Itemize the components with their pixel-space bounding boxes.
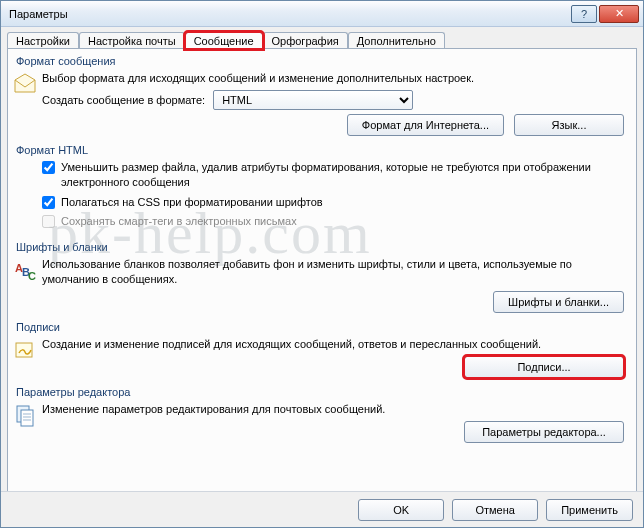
cancel-button[interactable]: Отмена bbox=[452, 499, 538, 521]
dialog-window: Параметры ? ✕ Настройки Настройка почты … bbox=[0, 0, 644, 528]
svg-text:C: C bbox=[28, 270, 36, 282]
checkbox-reduce-size[interactable]: Уменьшить размер файла, удалив атрибуты … bbox=[42, 160, 624, 191]
group-fonts-stationery: Шрифты и бланки ABC Использование бланко… bbox=[16, 241, 628, 315]
button-label: OK bbox=[393, 504, 409, 516]
internet-format-button[interactable]: Формат для Интернета... bbox=[347, 114, 504, 136]
abc-icon: ABC bbox=[12, 257, 38, 283]
close-button[interactable]: ✕ bbox=[599, 5, 639, 23]
content-panel: pk-help.com Формат сообщения Выбор форма… bbox=[7, 48, 637, 492]
button-label: Формат для Интернета... bbox=[362, 119, 489, 131]
checkbox-rely-css[interactable]: Полагаться на CSS при форматировании шри… bbox=[42, 195, 624, 210]
checkbox-input[interactable] bbox=[42, 196, 55, 209]
button-label: Язык... bbox=[552, 119, 587, 131]
signatures-button[interactable]: Подписи... bbox=[464, 356, 624, 378]
envelope-icon bbox=[12, 71, 38, 97]
svg-marker-0 bbox=[15, 74, 35, 92]
editor-description: Изменение параметров редактирования для … bbox=[42, 402, 624, 417]
checkbox-label: Полагаться на CSS при форматировании шри… bbox=[61, 195, 323, 210]
tab-label: Сообщение bbox=[194, 35, 254, 47]
group-editor-options: Параметры редактора Изменение параметров… bbox=[16, 386, 628, 445]
group-title: Формат сообщения bbox=[16, 55, 628, 69]
tab-settings[interactable]: Настройки bbox=[7, 32, 79, 49]
window-buttons: ? ✕ bbox=[571, 5, 639, 23]
tab-strip: Настройки Настройка почты Сообщение Орфо… bbox=[1, 27, 643, 48]
fonts-description: Использование бланков позволяет добавить… bbox=[42, 257, 624, 287]
help-button[interactable]: ? bbox=[571, 5, 597, 23]
signature-icon bbox=[12, 337, 38, 363]
compose-format-select[interactable]: HTML bbox=[213, 90, 413, 110]
checkbox-label: Уменьшить размер файла, удалив атрибуты … bbox=[61, 160, 624, 191]
dialog-footer: OK Отмена Применить bbox=[1, 491, 643, 527]
tab-advanced[interactable]: Дополнительно bbox=[348, 32, 445, 49]
language-button[interactable]: Язык... bbox=[514, 114, 624, 136]
group-title: Параметры редактора bbox=[16, 386, 628, 400]
format-description: Выбор формата для исходящих сообщений и … bbox=[42, 71, 624, 86]
checkbox-label: Сохранять смарт-теги в электронных письм… bbox=[61, 214, 297, 229]
svg-rect-6 bbox=[21, 410, 33, 426]
group-title: Шрифты и бланки bbox=[16, 241, 628, 255]
window-title: Параметры bbox=[9, 8, 571, 20]
apply-button[interactable]: Применить bbox=[546, 499, 633, 521]
group-message-format: Формат сообщения Выбор формата для исход… bbox=[16, 55, 628, 138]
signatures-description: Создание и изменение подписей для исходя… bbox=[42, 337, 624, 352]
ok-button[interactable]: OK bbox=[358, 499, 444, 521]
checkbox-input[interactable] bbox=[42, 161, 55, 174]
button-label: Шрифты и бланки... bbox=[508, 296, 609, 308]
button-label: Отмена bbox=[475, 504, 514, 516]
group-title: Формат HTML bbox=[16, 144, 628, 158]
tab-label: Настройка почты bbox=[88, 35, 176, 47]
group-html-format: Формат HTML Уменьшить размер файла, удал… bbox=[16, 144, 628, 236]
document-icon bbox=[12, 402, 38, 428]
titlebar: Параметры ? ✕ bbox=[1, 1, 643, 27]
fonts-stationery-button[interactable]: Шрифты и бланки... bbox=[493, 291, 624, 313]
editor-options-button[interactable]: Параметры редактора... bbox=[464, 421, 624, 443]
tab-label: Дополнительно bbox=[357, 35, 436, 47]
compose-format-label: Создать сообщение в формате: bbox=[42, 94, 205, 106]
group-title: Подписи bbox=[16, 321, 628, 335]
button-label: Подписи... bbox=[517, 361, 570, 373]
tab-spelling[interactable]: Орфография bbox=[263, 32, 348, 49]
tab-label: Настройки bbox=[16, 35, 70, 47]
tab-message[interactable]: Сообщение bbox=[185, 32, 263, 49]
tab-mail-setup[interactable]: Настройка почты bbox=[79, 32, 185, 49]
checkbox-input[interactable] bbox=[42, 215, 55, 228]
checkbox-smart-tags[interactable]: Сохранять смарт-теги в электронных письм… bbox=[42, 214, 624, 229]
button-label: Параметры редактора... bbox=[482, 426, 606, 438]
button-label: Применить bbox=[561, 504, 618, 516]
group-signatures: Подписи Создание и изменение подписей дл… bbox=[16, 321, 628, 380]
tab-label: Орфография bbox=[272, 35, 339, 47]
